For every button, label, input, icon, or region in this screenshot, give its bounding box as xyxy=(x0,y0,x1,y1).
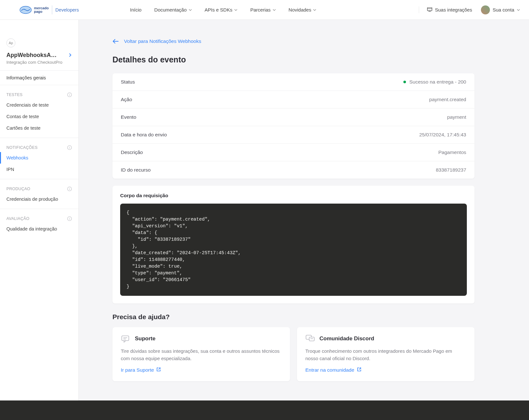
external-link-icon xyxy=(156,367,161,373)
sidebar-item-test-accounts[interactable]: Contas de teste xyxy=(0,111,79,122)
help-title: Precisa de ajuda? xyxy=(112,313,475,321)
svg-point-7 xyxy=(69,93,70,94)
status-value: Sucesso na entrega - 200 xyxy=(409,79,466,85)
sidebar-item-general-info[interactable]: Informações gerais xyxy=(0,71,79,85)
status-dot-icon xyxy=(403,81,406,83)
help-discord-desc: Troque conhecimento com outros integrado… xyxy=(305,348,466,362)
sidebar-item-prod-credentials[interactable]: Credenciais de produção xyxy=(0,193,79,205)
chevron-down-icon xyxy=(189,8,192,12)
chevron-down-icon xyxy=(273,8,276,12)
brand-text-bottom: pago xyxy=(34,10,49,13)
detail-row-action: Ação payment.created xyxy=(112,91,475,109)
developers-label: Developers xyxy=(55,7,79,12)
chevron-down-icon xyxy=(517,8,520,12)
chevron-right-icon[interactable] xyxy=(68,52,72,58)
info-icon[interactable] xyxy=(67,216,72,221)
main-nav: Início Documentação APIs e SDKs Parceria… xyxy=(130,7,317,12)
page-title: Detalhes do evento xyxy=(112,55,475,64)
help-card-discord: Comunidade Discord Troque conhecimento c… xyxy=(297,327,475,381)
help-card-support: Suporte Tire dúvidas sobre suas integraç… xyxy=(112,327,290,381)
info-icon[interactable] xyxy=(67,92,72,97)
help-support-link[interactable]: Ir para Suporte xyxy=(121,367,282,373)
top-header: mercado pago Developers Início Documenta… xyxy=(0,0,529,20)
detail-row-resource-id: ID do recurso 83387189237 xyxy=(112,161,475,179)
nav-news[interactable]: Novidades xyxy=(289,7,317,12)
detail-row-event: Evento payment xyxy=(112,109,475,126)
chevron-down-icon xyxy=(234,8,237,12)
help-discord-title: Comunidade Discord xyxy=(319,335,374,342)
chat-icon xyxy=(121,334,130,343)
main-content: Voltar para Notificações Webhooks Detalh… xyxy=(79,20,529,400)
sidebar: Ap AppWebhooksA… Integração com Checkout… xyxy=(0,20,79,400)
help-support-title: Suporte xyxy=(135,335,155,342)
detail-row-status: Status Sucesso na entrega - 200 xyxy=(112,73,475,91)
app-title[interactable]: AppWebhooksA… xyxy=(6,52,57,59)
chevron-down-icon xyxy=(313,8,316,12)
sidebar-section-production: PRODUÇAO xyxy=(0,179,79,193)
detail-row-description: Descrição Pagamentos xyxy=(112,144,475,161)
svg-rect-2 xyxy=(427,8,432,11)
svg-point-16 xyxy=(69,217,70,218)
app-subtitle: Integração com CheckoutPro xyxy=(0,60,79,70)
sidebar-item-integration-quality[interactable]: Qualidade da integração xyxy=(0,223,79,235)
footer xyxy=(0,400,529,420)
request-body-title: Corpo da requisição xyxy=(120,193,467,198)
sidebar-item-test-credentials[interactable]: Credenciais de teste xyxy=(0,99,79,111)
sidebar-item-ipn[interactable]: IPN xyxy=(0,164,79,175)
back-link[interactable]: Voltar para Notificações Webhooks xyxy=(112,38,475,44)
nav-home[interactable]: Início xyxy=(130,7,142,12)
logo-area[interactable]: mercado pago Developers xyxy=(19,5,79,14)
request-body-card: Corpo da requisição { "action": "payment… xyxy=(112,186,475,303)
app-badge: Ap xyxy=(6,38,15,47)
your-integrations-link[interactable]: Suas integrações xyxy=(419,6,472,13)
mercadopago-logo: mercado pago xyxy=(19,6,49,14)
sidebar-item-webhooks[interactable]: Webhooks xyxy=(0,152,79,164)
integrations-icon xyxy=(427,6,433,13)
sidebar-section-evaluation: AVALIAÇÃO xyxy=(0,209,79,223)
sidebar-section-notifications: NOTIFICAÇÕES xyxy=(0,138,79,152)
help-discord-link[interactable]: Entrar na comunidade xyxy=(305,367,466,373)
arrow-left-icon xyxy=(112,39,119,44)
account-dropdown[interactable]: Sua conta xyxy=(481,5,520,14)
sidebar-section-tests: TESTES xyxy=(0,85,79,99)
svg-point-10 xyxy=(69,146,70,147)
help-support-desc: Tire dúvidas sobre suas integrações, sua… xyxy=(121,348,282,362)
external-link-icon xyxy=(357,367,361,373)
nav-apis[interactable]: APIs e SDKs xyxy=(205,7,238,12)
brand-text-top: mercado xyxy=(34,6,49,10)
event-details-card: Status Sucesso na entrega - 200 Ação pay… xyxy=(112,73,475,179)
request-body-code[interactable]: { "action": "payment.created", "api_vers… xyxy=(120,204,467,296)
discord-icon xyxy=(305,334,314,343)
nav-partners[interactable]: Parcerias xyxy=(250,7,276,12)
svg-point-13 xyxy=(69,188,70,188)
sidebar-item-test-cards[interactable]: Cartões de teste xyxy=(0,122,79,134)
info-icon[interactable] xyxy=(67,186,72,191)
svg-rect-23 xyxy=(309,337,314,341)
svg-rect-18 xyxy=(122,336,129,341)
avatar xyxy=(481,5,490,14)
info-icon[interactable] xyxy=(67,145,72,150)
nav-docs[interactable]: Documentação xyxy=(154,7,192,12)
detail-row-datetime: Data e hora do envio 25/07/2024, 17:45:4… xyxy=(112,126,475,144)
logo-divider xyxy=(52,5,52,14)
